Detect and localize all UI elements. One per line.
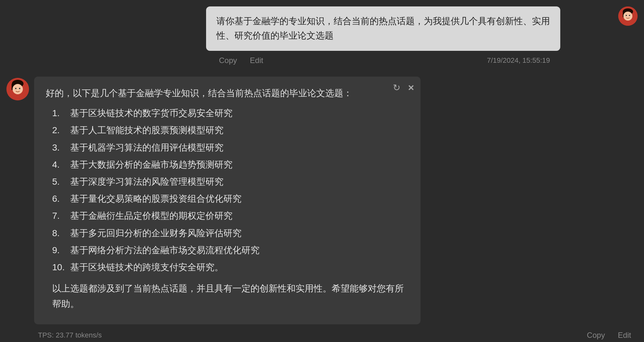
user-action-buttons: Copy Edit — [216, 55, 266, 66]
ai-refresh-button[interactable]: ↻ — [392, 80, 402, 95]
ai-conclusion-text: 以上选题都涉及到了当前热点话题，并且具有一定的创新性和实用性。希望能够对您有所帮… — [46, 281, 409, 311]
user-message-wrapper: 请你基于金融学的专业知识，结合当前的热点话题，为我提供几个具有创新性、实用性、研… — [0, 6, 644, 70]
ai-edit-button[interactable]: Edit — [615, 329, 634, 341]
ai-copy-button[interactable]: Copy — [584, 329, 608, 341]
refresh-icon: ↻ — [393, 82, 400, 93]
list-item-num: 10. — [52, 259, 68, 276]
ai-message-footer: TPS: 23.77 tokens/s Copy Edit — [28, 324, 644, 342]
list-item: 3. 基于机器学习算法的信用评估模型研究 — [46, 139, 409, 156]
user-message-actions: Copy Edit 7/19/2024, 15:55:19 — [206, 51, 560, 70]
ai-message-text: 好的，以下是几个基于金融学专业知识，结合当前热点话题的毕业论文选题： 1. 基于… — [46, 86, 409, 312]
ai-message-controls: ↻ × — [392, 80, 415, 95]
svg-point-4 — [626, 15, 627, 16]
list-item-num: 7. — [52, 207, 68, 224]
list-item-num: 2. — [52, 122, 68, 139]
list-item: 8. 基于多元回归分析的企业财务风险评估研究 — [46, 225, 409, 242]
list-item-num: 6. — [52, 190, 68, 207]
list-item: 2. 基于人工智能技术的股票预测模型研究 — [46, 122, 409, 139]
ai-message-container: ↻ × 好的，以下是几个基于金融学专业知识，结合当前热点话题的毕业论文选题： 1… — [0, 77, 644, 325]
list-item-num: 3. — [52, 139, 68, 156]
list-item-num: 1. — [52, 105, 68, 122]
list-item: 1. 基于区块链技术的数字货币交易安全研究 — [46, 105, 409, 122]
footer-actions: Copy Edit — [584, 329, 634, 341]
list-item: 6. 基于量化交易策略的股票投资组合优化研究 — [46, 190, 409, 207]
list-item: 10. 基于区块链技术的跨境支付安全研究。 — [46, 259, 409, 276]
tps-info: TPS: 23.77 tokens/s — [38, 331, 102, 339]
close-icon: × — [408, 82, 414, 94]
user-message-timestamp: 7/19/2024, 15:55:19 — [487, 56, 550, 65]
user-copy-button[interactable]: Copy — [216, 55, 240, 66]
ai-close-button[interactable]: × — [407, 80, 415, 95]
ai-message-wrapper: ↻ × 好的，以下是几个基于金融学专业知识，结合当前热点话题的毕业论文选题： 1… — [0, 77, 644, 342]
svg-point-10 — [15, 88, 16, 89]
list-item: 4. 基于大数据分析的金融市场趋势预测研究 — [46, 156, 409, 173]
svg-point-3 — [623, 12, 632, 21]
ai-intro-text: 好的，以下是几个基于金融学专业知识，结合当前热点话题的毕业论文选题： — [46, 86, 409, 101]
user-message-bubble: 请你基于金融学的专业知识，结合当前的热点话题，为我提供几个具有创新性、实用性、研… — [206, 6, 560, 51]
list-item: 7. 基于金融衍生品定价模型的期权定价研究 — [46, 207, 409, 224]
list-item-num: 4. — [52, 156, 68, 173]
list-item: 5. 基于深度学习算法的风险管理模型研究 — [46, 173, 409, 190]
chat-container: 请你基于金融学的专业知识，结合当前的热点话题，为我提供几个具有创新性、实用性、研… — [0, 0, 644, 342]
svg-point-9 — [13, 84, 23, 94]
svg-point-11 — [19, 88, 20, 89]
list-item-num: 5. — [52, 173, 68, 190]
svg-point-5 — [629, 15, 630, 16]
list-item-num: 8. — [52, 225, 68, 242]
ai-message-content: ↻ × 好的，以下是几个基于金融学专业知识，结合当前热点话题的毕业论文选题： 1… — [34, 77, 421, 325]
user-avatar-top — [618, 6, 638, 26]
ai-avatar — [6, 78, 29, 100]
ai-items-list: 1. 基于区块链技术的数字货币交易安全研究2. 基于人工智能技术的股票预测模型研… — [46, 105, 409, 276]
user-edit-button[interactable]: Edit — [247, 55, 266, 66]
list-item-num: 9. — [52, 242, 68, 259]
list-item: 9. 基于网络分析方法的金融市场交易流程优化研究 — [46, 242, 409, 259]
user-message-text: 请你基于金融学的专业知识，结合当前的热点话题，为我提供几个具有创新性、实用性、研… — [216, 16, 550, 41]
